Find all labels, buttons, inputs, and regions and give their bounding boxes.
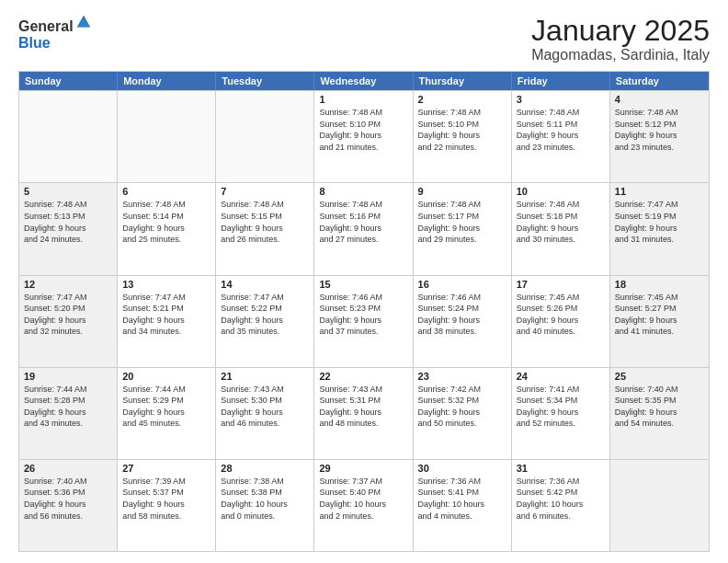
day-number: 9 [418, 186, 506, 197]
day-number: 31 [517, 463, 605, 474]
day-info: Sunrise: 7:39 AM Sunset: 5:37 PM Dayligh… [122, 476, 210, 522]
day-number: 20 [122, 371, 210, 382]
cal-cell [19, 91, 118, 182]
day-info: Sunrise: 7:37 AM Sunset: 5:40 PM Dayligh… [319, 476, 407, 522]
header-day-thursday: Thursday [414, 72, 512, 90]
month-title: January 2025 [531, 15, 710, 47]
cal-cell: 13Sunrise: 7:47 AM Sunset: 5:21 PM Dayli… [118, 276, 216, 367]
day-info: Sunrise: 7:42 AM Sunset: 5:32 PM Dayligh… [418, 384, 506, 430]
cal-cell: 2Sunrise: 7:48 AM Sunset: 5:10 PM Daylig… [414, 91, 512, 182]
cal-cell [118, 91, 216, 182]
header-day-wednesday: Wednesday [314, 72, 413, 90]
title-block: January 2025 Magomadas, Sardinia, Italy [531, 15, 710, 63]
day-number: 11 [615, 186, 704, 197]
day-info: Sunrise: 7:45 AM Sunset: 5:27 PM Dayligh… [615, 292, 704, 338]
day-info: Sunrise: 7:43 AM Sunset: 5:31 PM Dayligh… [319, 384, 407, 430]
header: General Blue January 2025 Magomadas, Sar… [18, 15, 710, 63]
day-number: 8 [319, 186, 407, 197]
day-info: Sunrise: 7:40 AM Sunset: 5:36 PM Dayligh… [24, 476, 112, 522]
week-5: 26Sunrise: 7:40 AM Sunset: 5:36 PM Dayli… [19, 459, 709, 551]
day-number: 4 [615, 94, 704, 105]
logo-blue: Blue [18, 35, 92, 52]
cal-cell: 29Sunrise: 7:37 AM Sunset: 5:40 PM Dayli… [314, 460, 413, 551]
week-3: 12Sunrise: 7:47 AM Sunset: 5:20 PM Dayli… [19, 275, 709, 367]
day-info: Sunrise: 7:48 AM Sunset: 5:18 PM Dayligh… [517, 199, 605, 245]
day-number: 5 [24, 186, 112, 197]
cal-cell [610, 460, 709, 551]
calendar: SundayMondayTuesdayWednesdayThursdayFrid… [18, 71, 710, 552]
day-number: 27 [122, 463, 210, 474]
day-number: 18 [615, 279, 704, 290]
day-number: 30 [418, 463, 506, 474]
day-number: 3 [517, 94, 605, 105]
day-info: Sunrise: 7:40 AM Sunset: 5:35 PM Dayligh… [615, 384, 704, 430]
day-number: 19 [24, 371, 112, 382]
cal-cell: 30Sunrise: 7:36 AM Sunset: 5:41 PM Dayli… [414, 460, 512, 551]
day-number: 16 [418, 279, 506, 290]
day-number: 10 [517, 186, 605, 197]
cal-cell: 18Sunrise: 7:45 AM Sunset: 5:27 PM Dayli… [610, 276, 709, 367]
day-info: Sunrise: 7:48 AM Sunset: 5:13 PM Dayligh… [24, 199, 112, 245]
subtitle: Magomadas, Sardinia, Italy [531, 47, 710, 63]
calendar-header: SundayMondayTuesdayWednesdayThursdayFrid… [19, 72, 709, 90]
logo-text: General Blue [18, 18, 92, 51]
page: General Blue January 2025 Magomadas, Sar… [0, 0, 728, 563]
week-2: 5Sunrise: 7:48 AM Sunset: 5:13 PM Daylig… [19, 182, 709, 274]
week-4: 19Sunrise: 7:44 AM Sunset: 5:28 PM Dayli… [19, 367, 709, 459]
cal-cell: 11Sunrise: 7:47 AM Sunset: 5:19 PM Dayli… [610, 183, 709, 274]
cal-cell: 20Sunrise: 7:44 AM Sunset: 5:29 PM Dayli… [118, 368, 216, 459]
day-info: Sunrise: 7:36 AM Sunset: 5:42 PM Dayligh… [517, 476, 605, 522]
cal-cell: 19Sunrise: 7:44 AM Sunset: 5:28 PM Dayli… [19, 368, 118, 459]
day-info: Sunrise: 7:48 AM Sunset: 5:17 PM Dayligh… [418, 199, 506, 245]
cal-cell: 16Sunrise: 7:46 AM Sunset: 5:24 PM Dayli… [414, 276, 512, 367]
header-day-sunday: Sunday [19, 72, 118, 90]
cal-cell: 14Sunrise: 7:47 AM Sunset: 5:22 PM Dayli… [216, 276, 314, 367]
day-number: 21 [221, 371, 309, 382]
cal-cell: 8Sunrise: 7:48 AM Sunset: 5:16 PM Daylig… [314, 183, 413, 274]
header-day-friday: Friday [512, 72, 610, 90]
day-info: Sunrise: 7:47 AM Sunset: 5:21 PM Dayligh… [122, 292, 210, 338]
day-number: 22 [319, 371, 407, 382]
calendar-body: 1Sunrise: 7:48 AM Sunset: 5:10 PM Daylig… [19, 90, 709, 551]
day-info: Sunrise: 7:48 AM Sunset: 5:11 PM Dayligh… [517, 107, 605, 153]
cal-cell: 17Sunrise: 7:45 AM Sunset: 5:26 PM Dayli… [512, 276, 610, 367]
cal-cell: 26Sunrise: 7:40 AM Sunset: 5:36 PM Dayli… [19, 460, 118, 551]
cal-cell: 4Sunrise: 7:48 AM Sunset: 5:12 PM Daylig… [610, 91, 709, 182]
day-info: Sunrise: 7:47 AM Sunset: 5:19 PM Dayligh… [615, 199, 704, 245]
cal-cell: 21Sunrise: 7:43 AM Sunset: 5:30 PM Dayli… [216, 368, 314, 459]
day-number: 14 [221, 279, 309, 290]
day-number: 13 [122, 279, 210, 290]
cal-cell: 31Sunrise: 7:36 AM Sunset: 5:42 PM Dayli… [512, 460, 610, 551]
day-info: Sunrise: 7:47 AM Sunset: 5:20 PM Dayligh… [24, 292, 112, 338]
svg-marker-1 [76, 17, 89, 27]
day-number: 6 [122, 186, 210, 197]
day-info: Sunrise: 7:48 AM Sunset: 5:14 PM Dayligh… [122, 199, 210, 245]
day-info: Sunrise: 7:44 AM Sunset: 5:29 PM Dayligh… [122, 384, 210, 430]
logo-general: General [18, 18, 74, 35]
cal-cell: 6Sunrise: 7:48 AM Sunset: 5:14 PM Daylig… [118, 183, 216, 274]
cal-cell: 27Sunrise: 7:39 AM Sunset: 5:37 PM Dayli… [118, 460, 216, 551]
day-info: Sunrise: 7:36 AM Sunset: 5:41 PM Dayligh… [418, 476, 506, 522]
cal-cell: 1Sunrise: 7:48 AM Sunset: 5:10 PM Daylig… [314, 91, 413, 182]
day-number: 15 [319, 279, 407, 290]
day-number: 26 [24, 463, 112, 474]
cal-cell: 22Sunrise: 7:43 AM Sunset: 5:31 PM Dayli… [314, 368, 413, 459]
day-number: 24 [517, 371, 605, 382]
header-day-saturday: Saturday [610, 72, 709, 90]
day-info: Sunrise: 7:48 AM Sunset: 5:15 PM Dayligh… [221, 199, 309, 245]
cal-cell: 10Sunrise: 7:48 AM Sunset: 5:18 PM Dayli… [512, 183, 610, 274]
cal-cell: 15Sunrise: 7:46 AM Sunset: 5:23 PM Dayli… [314, 276, 413, 367]
header-day-monday: Monday [118, 72, 216, 90]
day-number: 12 [24, 279, 112, 290]
day-info: Sunrise: 7:43 AM Sunset: 5:30 PM Dayligh… [221, 384, 309, 430]
day-info: Sunrise: 7:48 AM Sunset: 5:10 PM Dayligh… [418, 107, 506, 153]
day-info: Sunrise: 7:46 AM Sunset: 5:24 PM Dayligh… [418, 292, 506, 338]
cal-cell: 7Sunrise: 7:48 AM Sunset: 5:15 PM Daylig… [216, 183, 314, 274]
day-info: Sunrise: 7:46 AM Sunset: 5:23 PM Dayligh… [319, 292, 407, 338]
day-info: Sunrise: 7:48 AM Sunset: 5:10 PM Dayligh… [319, 107, 407, 153]
day-number: 7 [221, 186, 309, 197]
cal-cell: 12Sunrise: 7:47 AM Sunset: 5:20 PM Dayli… [19, 276, 118, 367]
cal-cell: 9Sunrise: 7:48 AM Sunset: 5:17 PM Daylig… [414, 183, 512, 274]
day-number: 1 [319, 94, 407, 105]
cal-cell: 5Sunrise: 7:48 AM Sunset: 5:13 PM Daylig… [19, 183, 118, 274]
